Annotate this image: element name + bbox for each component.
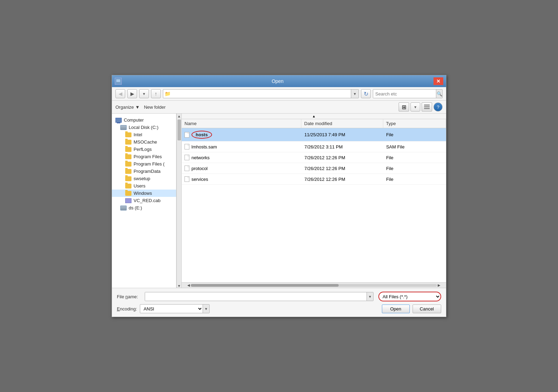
- help-button[interactable]: ?: [433, 102, 443, 112]
- cancel-button[interactable]: Cancel: [413, 305, 441, 313]
- column-name-header[interactable]: Name: [182, 119, 301, 128]
- encoding-left: Encoding: ANSI UTF-8 UTF-16 LE UTF-16 BE…: [117, 304, 210, 313]
- sidebar-item-msocache[interactable]: MSOCache: [112, 138, 176, 146]
- computer-icon: [115, 118, 122, 123]
- search-button[interactable]: 🔍: [436, 90, 442, 98]
- new-folder-button[interactable]: New folder: [144, 105, 166, 110]
- file-type-select[interactable]: All Files (*.*) Text Documents (*.txt): [379, 292, 440, 301]
- organize-button[interactable]: Organize ▼: [115, 105, 140, 110]
- window-icon: [115, 78, 122, 85]
- folder-icon: [125, 184, 131, 189]
- refresh-button[interactable]: ↻: [361, 89, 371, 98]
- forward-button[interactable]: ▶: [127, 89, 137, 98]
- file-cell-type: SAM File: [383, 143, 446, 151]
- scrollbar-up-arrow[interactable]: ▲: [178, 114, 181, 118]
- file-cell-name: hosts: [182, 130, 302, 140]
- view-grid-button[interactable]: ⊞: [399, 102, 409, 112]
- file-row-services[interactable]: services 7/26/2012 12:26 PM File: [182, 174, 446, 185]
- sidebar-item-programdata[interactable]: ProgramData: [112, 168, 176, 175]
- disk-icon: [120, 125, 127, 130]
- svg-rect-3: [424, 106, 430, 107]
- new-folder-label: New folder: [144, 105, 166, 110]
- view-controls: ⊞ ▼ ?: [399, 102, 443, 112]
- view-dropdown-button[interactable]: ▼: [410, 102, 420, 112]
- navigation-toolbar: ◀ ▶ ▼ ↑ 📁 « System32 › Drivers › etc ▼ ↻…: [112, 87, 446, 101]
- sidebar-item-users[interactable]: Users: [112, 182, 176, 190]
- file-icon: [184, 144, 189, 149]
- svg-rect-0: [116, 79, 120, 82]
- back-button[interactable]: ◀: [115, 89, 125, 98]
- sidebar-item-label: ds (E:): [129, 205, 142, 210]
- file-name-dropdown-button[interactable]: ▼: [367, 292, 373, 301]
- address-bar[interactable]: « System32 › Drivers › etc: [172, 90, 351, 98]
- folder-icon: [125, 154, 131, 159]
- disk-icon: [120, 206, 127, 210]
- file-row-hosts[interactable]: hosts 11/25/2013 7:49 PM File: [182, 128, 446, 141]
- file-cell-name: lmhosts.sam: [182, 143, 302, 151]
- sidebar-item-swsetup[interactable]: swsetup: [112, 175, 176, 182]
- file-icon: [184, 132, 189, 138]
- view-list-button[interactable]: [422, 102, 432, 112]
- open-button[interactable]: Open: [382, 305, 410, 313]
- file-name-input[interactable]: hosts: [145, 292, 367, 301]
- column-date-header[interactable]: Date modified: [301, 119, 383, 128]
- search-container: 🔍: [373, 89, 443, 98]
- scrollbar-h-track: [191, 284, 437, 287]
- file-cell-date: 7/26/2012 12:26 PM: [302, 165, 383, 172]
- folder-icon: [125, 147, 131, 152]
- sidebar-item-label: VC_RED.cab: [134, 198, 160, 203]
- folder-icon: [125, 191, 131, 196]
- horizontal-scrollbar[interactable]: ◀ ▶: [182, 282, 446, 288]
- sidebar-item-label: Computer: [124, 117, 144, 123]
- file-icon: [184, 166, 189, 171]
- address-dropdown-button[interactable]: ▼: [351, 90, 359, 98]
- sidebar-item-perflogs[interactable]: PerfLogs: [112, 146, 176, 153]
- scroll-left-arrow[interactable]: ◀: [187, 283, 190, 287]
- file-cell-name: networks: [182, 154, 302, 161]
- dropdown-nav-button[interactable]: ▼: [139, 89, 149, 98]
- file-list-header: Name Date modified Type: [182, 119, 446, 128]
- folder-icon: [125, 140, 131, 145]
- close-button[interactable]: ✕: [433, 77, 443, 85]
- file-cell-date: 7/26/2012 12:26 PM: [302, 154, 383, 161]
- search-input[interactable]: [373, 90, 436, 98]
- file-content-area: ▲ Name Date modified Type hosts 11/25/20…: [182, 114, 446, 288]
- file-name-text: networks: [191, 155, 210, 160]
- bottom-bar: File name: hosts ▼ All Files (*.*) Text …: [112, 288, 446, 317]
- file-cell-type: File: [383, 165, 446, 172]
- sidebar-item-program-files[interactable]: Program Files: [112, 153, 176, 160]
- file-name-text: lmhosts.sam: [191, 144, 217, 149]
- sidebar-item-intel[interactable]: Intel: [112, 131, 176, 138]
- scrollbar-h-thumb[interactable]: [191, 284, 339, 287]
- svg-rect-1: [117, 83, 120, 83]
- scrollbar-thumb-vert[interactable]: [178, 120, 181, 140]
- sidebar-item-label: Users: [134, 183, 145, 189]
- sidebar-item-ds-e[interactable]: ds (E:): [112, 204, 176, 212]
- open-dialog: Open ✕ ◀ ▶ ▼ ↑ 📁 « System32 › Drivers › …: [112, 75, 446, 317]
- address-bar-container: 📁 « System32 › Drivers › etc ▼: [163, 89, 359, 98]
- file-list-body: hosts 11/25/2013 7:49 PM File lmhosts.sa…: [182, 128, 446, 282]
- folder-icon: [125, 162, 131, 167]
- scroll-right-arrow[interactable]: ▶: [438, 283, 440, 287]
- sidebar-item-vc-red[interactable]: VC_RED.cab: [112, 197, 176, 204]
- sidebar-item-windows[interactable]: Windows: [112, 190, 176, 197]
- sidebar-item-program-files-x86[interactable]: Program Files (: [112, 160, 176, 168]
- file-cell-date: 11/25/2013 7:49 PM: [302, 131, 383, 138]
- svg-rect-4: [424, 108, 430, 109]
- file-row-networks[interactable]: networks 7/26/2012 12:26 PM File: [182, 152, 446, 163]
- dialog-title: Open: [122, 78, 433, 84]
- sidebar-item-local-disk[interactable]: Local Disk (C:): [112, 124, 176, 131]
- sort-up-header[interactable]: ▲: [182, 114, 446, 119]
- file-row-lmhosts[interactable]: lmhosts.sam 7/26/2012 3:11 PM SAM File: [182, 141, 446, 152]
- encoding-dropdown-arrow[interactable]: ▼: [203, 305, 209, 313]
- encoding-select[interactable]: ANSI UTF-8 UTF-16 LE UTF-16 BE: [140, 305, 203, 313]
- column-type-header[interactable]: Type: [383, 119, 446, 128]
- file-row-protocol[interactable]: protocol 7/26/2012 12:26 PM File: [182, 163, 446, 174]
- file-cell-type: File: [383, 154, 446, 161]
- scrollbar-down-arrow[interactable]: ▼: [178, 284, 181, 288]
- sidebar-item-computer[interactable]: Computer: [112, 116, 176, 124]
- dialog-buttons: Open Cancel: [382, 305, 441, 313]
- file-name-text: services: [191, 177, 208, 182]
- up-button[interactable]: ↑: [151, 89, 161, 98]
- cab-icon: [125, 198, 131, 203]
